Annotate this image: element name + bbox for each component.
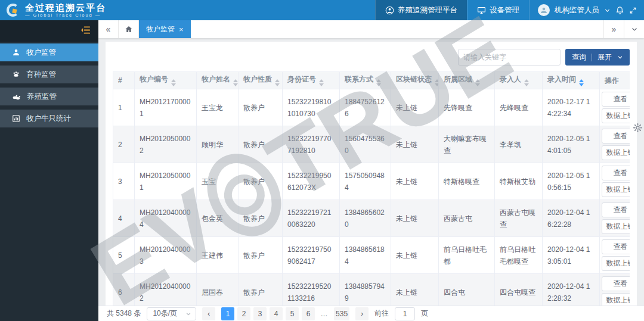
column-header-type[interactable]: 牧户性质: [239, 72, 283, 89]
sort-carets-icon[interactable]: [319, 79, 324, 86]
pager-page-2[interactable]: 2: [237, 307, 250, 320]
user-name: 机构监管人员: [555, 5, 599, 15]
cell-phone: 13848656184: [340, 237, 391, 274]
cell-region: 大喇嘛套布嘎查: [439, 126, 495, 163]
tabs-scroll-right-button[interactable]: »: [603, 20, 624, 38]
column-header-id_number[interactable]: 身份证号: [283, 72, 340, 89]
query-button-label[interactable]: 查询: [572, 52, 586, 63]
sidebar-item-herder-supervision[interactable]: 牧户监管: [0, 43, 98, 61]
search-input[interactable]: [458, 49, 561, 66]
cell-record_time: 2020-12-05 10:56:15: [543, 163, 600, 200]
tabs-scroll-left-button[interactable]: «: [98, 20, 119, 38]
herders-table: #牧户编号牧户姓名牧户性质身份证号联系方式区块链状态所属区域录入人录入时间操作1…: [113, 71, 630, 306]
pager-ellipsis[interactable]: …: [318, 307, 331, 320]
sort-carets-icon[interactable]: [376, 79, 381, 86]
query-expand-button[interactable]: 查询 展开: [565, 49, 630, 66]
column-header-recorder[interactable]: 录入人: [495, 72, 543, 89]
pager-prev-button[interactable]: ‹: [202, 307, 215, 320]
cell-actions: 查看数据上链: [600, 274, 630, 306]
chain-upload-button[interactable]: 数据上链: [602, 293, 630, 306]
cell-type: 散养户: [239, 89, 283, 126]
column-header-phone[interactable]: 联系方式: [340, 72, 391, 89]
cell-region: 四合屯: [439, 274, 495, 306]
home-tab-button[interactable]: [119, 20, 139, 38]
pager-next-button[interactable]: ›: [355, 307, 369, 320]
chain-upload-button[interactable]: 数据上链: [602, 182, 630, 197]
sidebar-item-cattle-statistics[interactable]: 牧户牛只统计: [0, 110, 98, 127]
goto-page-suffix: 页: [421, 308, 428, 319]
chevron-down-icon: [617, 54, 623, 60]
chevron-down-icon: [185, 311, 191, 317]
sidebar-item-farming-supervision[interactable]: 养殖监管: [0, 88, 98, 105]
monitor-icon: [477, 6, 486, 15]
pager-page-1[interactable]: 1: [221, 307, 234, 320]
cell-recorder: 西蒙古屯嘎查: [495, 200, 543, 237]
sort-carets-icon[interactable]: [233, 79, 238, 86]
pager-page-3[interactable]: 3: [253, 307, 267, 320]
column-header-chain_status[interactable]: 区块链状态: [391, 72, 439, 89]
column-header-code[interactable]: 牧户编号: [135, 72, 197, 89]
sort-carets-icon[interactable]: [275, 79, 280, 86]
brand: 全过程追溯云平台 — Global Trace Cloud —: [0, 0, 143, 20]
column-label: 牧户姓名: [202, 75, 230, 83]
content-area: 查询 展开 #牧户编号牧户姓名牧户性质身份证号联系方式区块链状态所属区域录入人录…: [98, 38, 644, 306]
expand-button-label[interactable]: 展开: [597, 52, 612, 63]
cell-code: MH20120500001: [135, 163, 197, 200]
sort-carets-icon[interactable]: [475, 79, 480, 86]
column-header-region[interactable]: 所属区域: [439, 72, 495, 89]
menu-fold-icon[interactable]: [80, 24, 91, 38]
cell-phone: 13848656020: [340, 200, 391, 237]
cell-phone: 15604755360: [340, 126, 391, 163]
chain-upload-button[interactable]: 数据上链: [602, 108, 630, 123]
pager-page-535[interactable]: 535: [334, 307, 349, 320]
view-button[interactable]: 查看: [602, 166, 630, 180]
sidebar-item-breeding-supervision[interactable]: 育种监管: [0, 66, 98, 83]
cell-type: 散养户: [239, 274, 283, 306]
tabbar-spacer: [191, 20, 603, 38]
settings-gear-icon[interactable]: [633, 123, 643, 135]
chain-upload-button[interactable]: 数据上链: [602, 219, 630, 234]
cell-code: MH20121700001: [135, 89, 197, 126]
fullscreen-icon[interactable]: [629, 7, 637, 14]
tab-label: 牧户监管: [146, 24, 175, 35]
sort-carets-icon[interactable]: [579, 79, 584, 86]
column-header-name[interactable]: 牧户姓名: [197, 72, 239, 89]
close-icon[interactable]: ×: [179, 26, 184, 33]
sort-carets-icon[interactable]: [171, 79, 176, 86]
cell-record_time: 2020-12-05 14:01:05: [543, 126, 600, 163]
cell-phone: 13848857949: [340, 274, 391, 306]
cell-phone: 15750509484: [340, 163, 391, 200]
chain-upload-button[interactable]: 数据上链: [602, 256, 630, 271]
tabs-options-button[interactable]: [624, 20, 644, 38]
chain-upload-button[interactable]: 数据上链: [602, 145, 630, 160]
sort-carets-icon[interactable]: [524, 79, 529, 86]
herder-icon: [12, 48, 20, 57]
view-button[interactable]: 查看: [602, 239, 630, 254]
cell-name: 王建伟: [197, 237, 239, 274]
view-button[interactable]: 查看: [602, 92, 630, 107]
column-header-record_time[interactable]: 录入时间: [543, 72, 600, 89]
user-menu[interactable]: 机构监管人员: [529, 0, 644, 20]
cell-index: 5: [113, 237, 135, 274]
cell-actions: 查看数据上链: [600, 126, 630, 163]
page-size-select[interactable]: 10条/页: [147, 307, 196, 320]
cell-id_number: 15232219950612073X: [283, 163, 340, 200]
sidebar-item-label: 养殖监管: [27, 92, 57, 102]
cell-recorder: 特斯根艾勒: [495, 163, 543, 200]
sort-carets-icon[interactable]: [435, 79, 439, 86]
app-subtitle: — Global Trace Cloud —: [25, 13, 106, 18]
pager-page-5[interactable]: 5: [286, 307, 299, 320]
tab-herder-supervision[interactable]: 牧户监管×: [139, 20, 191, 38]
cell-type: 散养户: [239, 237, 283, 274]
view-button[interactable]: 查看: [602, 276, 630, 291]
header-nav-device-management[interactable]: 设备管理: [467, 0, 529, 20]
view-button[interactable]: 查看: [602, 129, 630, 144]
cell-record_time: 2020-12-04 12:28:32: [543, 274, 600, 306]
goto-page-input[interactable]: [395, 307, 415, 320]
view-button[interactable]: 查看: [602, 202, 630, 217]
pager-page-4[interactable]: 4: [270, 307, 283, 320]
pager-page-6[interactable]: 6: [302, 307, 315, 320]
bell-icon[interactable]: [615, 6, 624, 15]
brand-text: 全过程追溯云平台 — Global Trace Cloud —: [25, 3, 106, 18]
header-nav-trace-platform[interactable]: 养殖追溯管理平台: [375, 0, 467, 20]
